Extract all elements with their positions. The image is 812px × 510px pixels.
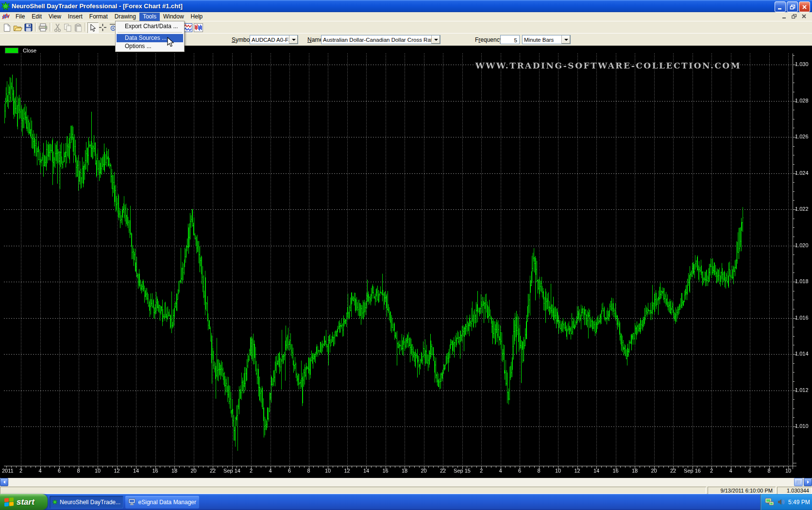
legend-swatch [5,48,18,53]
x-axis-label: 12 [344,468,350,474]
mouse-cursor [167,37,174,48]
start-button[interactable]: start [0,494,48,510]
scroll-left-button[interactable] [0,478,8,486]
network-tray-icon[interactable] [765,498,775,506]
mdi-minimize-button[interactable] [780,13,789,20]
status-bar: 9/13/2011 6:10:00 PM 1.030344 [0,486,812,494]
chevron-down-icon [564,39,568,41]
y-axis-label: 1.020 [795,242,809,248]
title-bar[interactable]: NeuroShell DayTrader Professional - [For… [0,0,812,12]
menu-tools[interactable]: Tools [139,13,160,21]
x-axis-label: 2011 [2,468,14,474]
menu-format[interactable]: Format [86,13,111,21]
x-axis-label: 2 [250,468,253,474]
menu-help[interactable]: Help [187,13,206,21]
symbol-dropdown-arrow[interactable] [289,35,298,44]
frequency-input[interactable] [500,35,520,44]
close-button[interactable] [799,1,810,12]
new-document-button[interactable] [2,22,12,33]
bar-type-combobox[interactable]: Minute Bars [522,35,571,44]
x-axis-label: 16 [152,468,158,474]
pointer-icon [90,24,96,32]
x-axis-label: 18 [171,468,177,474]
mdi-close-button[interactable] [800,13,808,20]
horizontal-scrollbar[interactable] [0,478,812,486]
paste-button[interactable] [73,22,83,33]
cut-icon [54,23,61,32]
taskbar: start NeuroShell DayTrade... eSignal Dat… [0,494,812,510]
copy-button[interactable] [63,22,73,33]
price-chart-canvas[interactable] [0,46,812,478]
pointer-tool-button[interactable] [87,22,99,34]
arrow-right-icon [806,480,810,484]
print-button[interactable] [38,22,48,33]
x-axis-label: 2 [710,468,713,474]
crosshair-tool-button[interactable] [98,22,108,33]
menu-view[interactable]: View [45,13,65,21]
restore-button[interactable] [787,1,798,12]
x-axis-label: 10 [555,468,561,474]
legend-label: Close [23,48,36,53]
minimize-button[interactable] [775,1,786,12]
y-axis-label: 1.010 [795,423,809,429]
windows-logo-icon [4,496,14,508]
scroll-right-button[interactable] [804,478,812,486]
x-axis-label: 6 [748,468,751,474]
scrollbar-thumb[interactable] [794,478,803,486]
menu-bar: File Edit View Insert Format Drawing Too… [0,12,812,21]
menu-item-export-chart-data[interactable]: Export Chart/Data ... [117,22,183,31]
system-tray: 5:49 PM [760,494,812,510]
volume-tray-icon[interactable] [778,498,785,506]
y-axis-label: 1.014 [795,351,809,357]
status-price: 1.030344 [777,487,812,494]
menu-insert[interactable]: Insert [65,13,86,21]
start-label: start [17,497,34,507]
y-axis-label: 1.016 [795,315,809,321]
x-axis-label: 18 [632,468,638,474]
toolbar-separator [50,23,51,32]
x-axis-label: 22 [670,468,676,474]
y-axis-label: 1.024 [795,170,809,176]
mdi-restore-button[interactable] [790,13,798,20]
bar-type-value: Minute Bars [523,37,561,43]
open-folder-button[interactable] [13,22,23,33]
name-combobox[interactable]: Australian Dollar-Canadian Dollar Cross … [321,35,440,44]
x-axis-label: 10 [95,468,101,474]
save-button[interactable] [23,22,34,33]
x-axis-label: 2 [19,468,22,474]
x-axis-label: 22 [210,468,216,474]
task-button-esignal[interactable]: eSignal Data Manager [125,496,199,509]
chart-legend: Close [5,48,36,53]
mdi-minimize-icon [782,14,787,19]
x-axis-label: 16 [612,468,618,474]
x-axis-label: 16 [382,468,388,474]
menu-window[interactable]: Window [160,13,187,21]
menu-file[interactable]: File [12,13,28,21]
y-axis-label: 1.028 [795,98,809,103]
status-message-cell [0,487,706,494]
x-axis-label: 6 [288,468,291,474]
task-button-neuroshell[interactable]: NeuroShell DayTrade... [50,496,123,509]
application-window: NeuroShell DayTrader Professional - [For… [0,0,812,510]
menu-drawing[interactable]: Drawing [111,13,139,21]
x-axis-label: 4 [38,468,41,474]
document-icon [2,13,10,20]
symbol-label: Symbol [232,36,251,43]
cut-button[interactable] [52,22,63,33]
x-axis-label: 10 [325,468,331,474]
copy-icon [64,23,72,32]
menu-edit[interactable]: Edit [28,13,45,21]
symbol-value: AUDCAD A0-FX [250,37,289,43]
neuroshell-task-icon [52,498,57,506]
x-axis-label: 10 [785,468,791,474]
name-dropdown-arrow[interactable] [431,35,440,44]
taskbar-clock: 5:49 PM [788,499,810,506]
name-value: Australian Dollar-Canadian Dollar Cross … [321,37,431,43]
bar-type-dropdown-arrow[interactable] [561,35,570,44]
x-axis-label: 20 [190,468,196,474]
x-axis-label: 14 [363,468,369,474]
symbol-combobox[interactable]: AUDCAD A0-FX [250,35,298,44]
app-icon [1,2,10,10]
bar-chart-button[interactable] [193,22,203,33]
chart-window: Close WWW.TRADING-SOFTWARE-COLLECTION.CO… [0,46,812,478]
